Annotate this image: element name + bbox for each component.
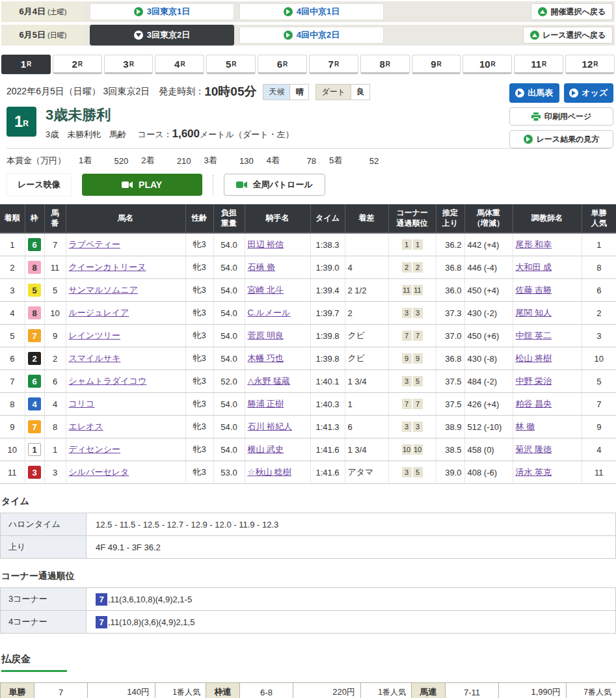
jockey-link[interactable]: 宮崎 北斗 <box>248 285 284 295</box>
chevron-right-icon <box>134 7 143 16</box>
horse-name-link[interactable]: エレオス <box>69 422 103 431</box>
trainer-link[interactable]: 林 徹 <box>516 422 535 431</box>
combination: 7 <box>34 683 88 698</box>
entries-button[interactable]: 出馬表 <box>509 83 559 103</box>
horse-name-link[interactable]: シルバーセレタ <box>69 467 129 477</box>
trainer-link[interactable]: 中野 栄治 <box>516 376 552 386</box>
horse-name-link[interactable]: スマイルサキ <box>69 353 121 363</box>
results-guide-button[interactable]: レース結果の見方 <box>509 130 613 148</box>
track-condition-badge: ダート 良 <box>315 84 370 100</box>
jockey-link[interactable]: ☆秋山 稔樹 <box>248 467 291 477</box>
chevron-right-icon <box>284 31 293 40</box>
prize-amount: 78 <box>286 156 316 166</box>
horse-name-link[interactable]: ディセンシー <box>69 444 121 454</box>
back-button[interactable]: 開催選択へ戻る <box>531 3 613 20</box>
corner-row: 4コーナー7,11(10,8)(3,6)(4,9)2,1,5 <box>1 611 616 634</box>
row-value: 4F 49.1 - 3F 36.2 <box>87 536 616 559</box>
horse-name-link[interactable]: コリコ <box>69 399 95 409</box>
result-row: 766シャムトラダイコウ牝352.0△永野 猛蔵1:40.11 3/43537.… <box>0 370 616 393</box>
trainer-link[interactable]: 中舘 英二 <box>516 330 552 340</box>
race-video-label: レース映像 <box>7 173 72 196</box>
body-weight: 430 (-8) <box>464 347 513 370</box>
result-row: 978エレオス牝354.0石川 裕紀人1:41.363338.9512 (-10… <box>0 416 616 438</box>
time-row: ハロンタイム12.5 - 11.5 - 12.5 - 12.7 - 12.9 -… <box>1 513 616 536</box>
sex-age: 牝3 <box>185 325 213 347</box>
race-tab-12r[interactable]: 12R <box>565 55 615 74</box>
meeting-button[interactable]: 3回東京1日 <box>90 3 234 20</box>
jockey-link[interactable]: 菅原 明良 <box>248 330 284 340</box>
frame-badge: 7 <box>28 329 41 342</box>
jockey-link[interactable]: 勝浦 正樹 <box>248 399 284 409</box>
combination: 7-11 <box>446 683 499 698</box>
chevron-right-icon <box>524 135 533 144</box>
last-3f: 37.0 <box>436 325 464 347</box>
race-tab-7r[interactable]: 7R <box>309 55 358 74</box>
race-tab-2r[interactable]: 2R <box>53 55 102 74</box>
horse-name-link[interactable]: シャムトラダイコウ <box>69 376 147 386</box>
race-tab-8r[interactable]: 8R <box>360 55 410 74</box>
horse-name-link[interactable]: クイーンカトリーヌ <box>69 262 146 272</box>
trainer-link[interactable]: 大和田 成 <box>516 262 552 272</box>
date-nav: 6月4日(土曜)3回東京1日4回中京1日開催選択へ戻る6月5日(日曜)3回東京2… <box>0 0 616 49</box>
trainer-link[interactable]: 清水 英克 <box>516 467 552 477</box>
sex-age: 牝3 <box>185 393 213 416</box>
result-row: 167ラブペティー牝354.0田辺 裕信1:38.31136.2442 (+4)… <box>0 233 616 256</box>
result-row: 1133シルバーセレタ牝353.0☆秋山 稔樹1:41.6アタマ3539.040… <box>0 461 616 484</box>
result-row: 355サンマルソムニア牝354.0宮崎 北斗1:39.42 1/2111136.… <box>0 279 616 302</box>
frame-badge: 7 <box>28 420 41 433</box>
race-tab-6r[interactable]: 6R <box>258 55 307 74</box>
jockey-link[interactable]: △永野 猛蔵 <box>248 376 291 386</box>
finish-time: 1:39.4 <box>310 279 345 302</box>
patrol-video-button[interactable]: 全周パトロール <box>224 174 325 196</box>
favorite-rank: 7番人気 <box>567 683 616 698</box>
back-button[interactable]: レース選択へ戻る <box>523 27 613 44</box>
win-favorite-rank: 10 <box>582 347 616 370</box>
trainer-link[interactable]: 粕谷 昌央 <box>516 399 552 409</box>
column-header: タイム <box>310 204 345 233</box>
finish-position: 11 <box>0 461 25 484</box>
last-3f: 37.5 <box>436 370 464 393</box>
course-detail: メートル（ダート・左） <box>200 129 294 139</box>
trainer-link[interactable]: 佐藤 吉勝 <box>516 285 552 295</box>
jockey-link[interactable]: 木幡 巧也 <box>248 353 284 363</box>
jockey-link[interactable]: 田辺 裕信 <box>248 239 284 249</box>
horse-name-link[interactable]: サンマルソムニア <box>69 285 138 295</box>
trainer-link[interactable]: 尾形 和幸 <box>516 239 552 249</box>
horse-name-link[interactable]: ラブペティー <box>69 239 121 249</box>
frame-badge: 2 <box>28 352 41 365</box>
prize-place: 3着 <box>204 155 217 167</box>
horse-name-link[interactable]: ルージュレイア <box>69 308 129 317</box>
track-value: 良 <box>351 85 369 100</box>
race-tab-11r[interactable]: 11R <box>514 55 563 74</box>
print-page-button[interactable]: 印刷用ページ <box>509 107 613 126</box>
horse-name-link[interactable]: レインツリー <box>69 330 121 340</box>
meeting-button[interactable]: 4回中京1日 <box>239 3 384 20</box>
finish-time: 1:41.6 <box>310 438 345 461</box>
finish-time: 1:41.3 <box>310 416 345 438</box>
prize-place: 4着 <box>267 155 280 167</box>
corner-positions: 35 <box>388 370 436 393</box>
jockey-link[interactable]: 石川 裕紀人 <box>248 422 293 431</box>
meeting-button[interactable]: 3回東京2日 <box>90 25 234 46</box>
jockey-link[interactable]: 横山 武史 <box>248 444 284 454</box>
jockey-link[interactable]: 石橋 脩 <box>248 262 276 272</box>
trainer-link[interactable]: 菊沢 隆徳 <box>516 444 552 454</box>
race-tab-5r[interactable]: 5R <box>206 55 256 74</box>
race-tab-10r[interactable]: 10R <box>462 55 512 74</box>
win-favorite-rank: 11 <box>582 461 616 484</box>
race-tab-3r[interactable]: 3R <box>104 55 154 74</box>
jockey-link[interactable]: C.ルメール <box>248 308 291 317</box>
carried-weight: 54.0 <box>213 233 245 256</box>
odds-button[interactable]: オッズ <box>564 83 614 103</box>
play-button[interactable]: PLAY <box>82 174 202 196</box>
trainer-link[interactable]: 松山 将樹 <box>516 353 552 363</box>
body-weight: 512 (-10) <box>464 416 513 438</box>
meeting-button[interactable]: 4回中京2日 <box>239 27 384 44</box>
race-tab-9r[interactable]: 9R <box>412 55 461 74</box>
race-tab-1r[interactable]: 1R <box>1 55 51 74</box>
finish-time: 1:39.7 <box>310 302 345 325</box>
horse-number: 9 <box>44 325 66 347</box>
trainer-link[interactable]: 尾関 知人 <box>516 308 552 317</box>
video-row: レース映像 PLAY 全周パトロール <box>0 168 616 203</box>
race-tab-4r[interactable]: 4R <box>155 55 204 74</box>
